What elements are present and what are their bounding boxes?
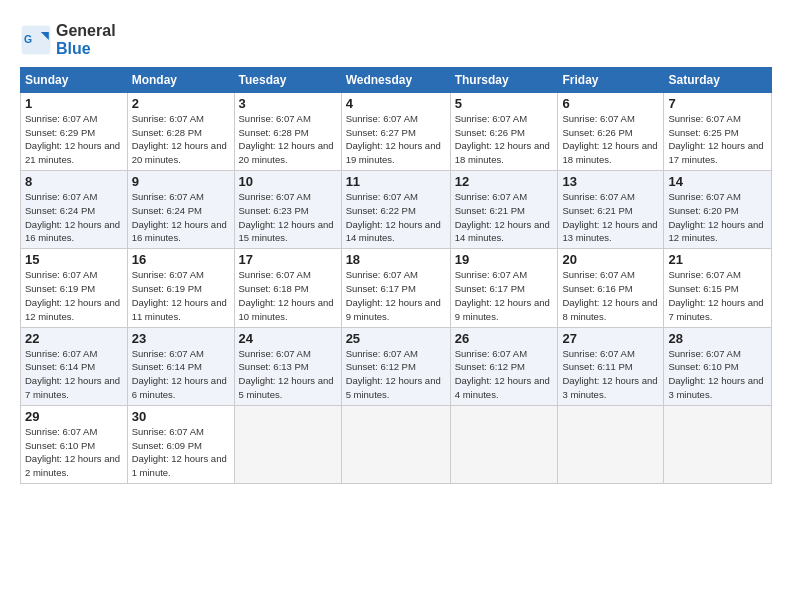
col-friday: Friday [558, 67, 664, 92]
day-info: Sunrise: 6:07 AMSunset: 6:29 PMDaylight:… [25, 113, 120, 165]
logo-line2: Blue [56, 40, 116, 58]
col-thursday: Thursday [450, 67, 558, 92]
day-info: Sunrise: 6:07 AMSunset: 6:25 PMDaylight:… [668, 113, 763, 165]
logo: G General Blue [20, 22, 116, 59]
day-info: Sunrise: 6:07 AMSunset: 6:14 PMDaylight:… [25, 348, 120, 400]
day-info: Sunrise: 6:07 AMSunset: 6:28 PMDaylight:… [239, 113, 334, 165]
day-number: 27 [562, 331, 659, 346]
day-number: 4 [346, 96, 446, 111]
day-number: 25 [346, 331, 446, 346]
table-row: 14Sunrise: 6:07 AMSunset: 6:20 PMDayligh… [664, 171, 772, 249]
table-row: 5Sunrise: 6:07 AMSunset: 6:26 PMDaylight… [450, 92, 558, 170]
day-info: Sunrise: 6:07 AMSunset: 6:21 PMDaylight:… [455, 191, 550, 243]
day-number: 15 [25, 252, 123, 267]
table-row: 4Sunrise: 6:07 AMSunset: 6:27 PMDaylight… [341, 92, 450, 170]
table-row: 18Sunrise: 6:07 AMSunset: 6:17 PMDayligh… [341, 249, 450, 327]
header: G General Blue [20, 18, 772, 59]
day-info: Sunrise: 6:07 AMSunset: 6:18 PMDaylight:… [239, 269, 334, 321]
day-number: 3 [239, 96, 337, 111]
day-number: 5 [455, 96, 554, 111]
day-info: Sunrise: 6:07 AMSunset: 6:15 PMDaylight:… [668, 269, 763, 321]
table-row: 30Sunrise: 6:07 AMSunset: 6:09 PMDayligh… [127, 405, 234, 483]
svg-text:G: G [24, 35, 32, 46]
table-row [664, 405, 772, 483]
table-row: 19Sunrise: 6:07 AMSunset: 6:17 PMDayligh… [450, 249, 558, 327]
day-info: Sunrise: 6:07 AMSunset: 6:24 PMDaylight:… [25, 191, 120, 243]
table-row: 27Sunrise: 6:07 AMSunset: 6:11 PMDayligh… [558, 327, 664, 405]
day-info: Sunrise: 6:07 AMSunset: 6:17 PMDaylight:… [346, 269, 441, 321]
day-number: 6 [562, 96, 659, 111]
calendar-week-row: 22Sunrise: 6:07 AMSunset: 6:14 PMDayligh… [21, 327, 772, 405]
table-row [558, 405, 664, 483]
day-number: 14 [668, 174, 767, 189]
table-row [234, 405, 341, 483]
day-info: Sunrise: 6:07 AMSunset: 6:16 PMDaylight:… [562, 269, 657, 321]
day-info: Sunrise: 6:07 AMSunset: 6:10 PMDaylight:… [668, 348, 763, 400]
table-row: 24Sunrise: 6:07 AMSunset: 6:13 PMDayligh… [234, 327, 341, 405]
calendar-week-row: 15Sunrise: 6:07 AMSunset: 6:19 PMDayligh… [21, 249, 772, 327]
day-info: Sunrise: 6:07 AMSunset: 6:28 PMDaylight:… [132, 113, 227, 165]
day-number: 20 [562, 252, 659, 267]
table-row: 8Sunrise: 6:07 AMSunset: 6:24 PMDaylight… [21, 171, 128, 249]
calendar-week-row: 8Sunrise: 6:07 AMSunset: 6:24 PMDaylight… [21, 171, 772, 249]
day-number: 7 [668, 96, 767, 111]
day-number: 30 [132, 409, 230, 424]
day-info: Sunrise: 6:07 AMSunset: 6:12 PMDaylight:… [346, 348, 441, 400]
page: G General Blue Sunday Monday Tuesday Wed… [0, 0, 792, 494]
col-saturday: Saturday [664, 67, 772, 92]
day-number: 18 [346, 252, 446, 267]
table-row: 29Sunrise: 6:07 AMSunset: 6:10 PMDayligh… [21, 405, 128, 483]
day-number: 12 [455, 174, 554, 189]
table-row: 9Sunrise: 6:07 AMSunset: 6:24 PMDaylight… [127, 171, 234, 249]
table-row: 2Sunrise: 6:07 AMSunset: 6:28 PMDaylight… [127, 92, 234, 170]
table-row: 17Sunrise: 6:07 AMSunset: 6:18 PMDayligh… [234, 249, 341, 327]
day-number: 24 [239, 331, 337, 346]
day-number: 1 [25, 96, 123, 111]
day-number: 9 [132, 174, 230, 189]
day-number: 29 [25, 409, 123, 424]
day-number: 10 [239, 174, 337, 189]
day-info: Sunrise: 6:07 AMSunset: 6:19 PMDaylight:… [25, 269, 120, 321]
day-info: Sunrise: 6:07 AMSunset: 6:23 PMDaylight:… [239, 191, 334, 243]
day-info: Sunrise: 6:07 AMSunset: 6:24 PMDaylight:… [132, 191, 227, 243]
day-info: Sunrise: 6:07 AMSunset: 6:26 PMDaylight:… [562, 113, 657, 165]
day-info: Sunrise: 6:07 AMSunset: 6:21 PMDaylight:… [562, 191, 657, 243]
table-row [450, 405, 558, 483]
table-row: 3Sunrise: 6:07 AMSunset: 6:28 PMDaylight… [234, 92, 341, 170]
calendar-table: Sunday Monday Tuesday Wednesday Thursday… [20, 67, 772, 484]
calendar-header-row: Sunday Monday Tuesday Wednesday Thursday… [21, 67, 772, 92]
table-row: 20Sunrise: 6:07 AMSunset: 6:16 PMDayligh… [558, 249, 664, 327]
table-row: 13Sunrise: 6:07 AMSunset: 6:21 PMDayligh… [558, 171, 664, 249]
day-number: 19 [455, 252, 554, 267]
table-row [341, 405, 450, 483]
table-row: 10Sunrise: 6:07 AMSunset: 6:23 PMDayligh… [234, 171, 341, 249]
day-number: 17 [239, 252, 337, 267]
day-number: 8 [25, 174, 123, 189]
day-info: Sunrise: 6:07 AMSunset: 6:11 PMDaylight:… [562, 348, 657, 400]
day-number: 2 [132, 96, 230, 111]
table-row: 12Sunrise: 6:07 AMSunset: 6:21 PMDayligh… [450, 171, 558, 249]
calendar-week-row: 29Sunrise: 6:07 AMSunset: 6:10 PMDayligh… [21, 405, 772, 483]
day-number: 22 [25, 331, 123, 346]
day-number: 21 [668, 252, 767, 267]
logo-line1: General [56, 22, 116, 40]
table-row: 6Sunrise: 6:07 AMSunset: 6:26 PMDaylight… [558, 92, 664, 170]
logo-icon: G [20, 24, 52, 56]
day-info: Sunrise: 6:07 AMSunset: 6:20 PMDaylight:… [668, 191, 763, 243]
table-row: 7Sunrise: 6:07 AMSunset: 6:25 PMDaylight… [664, 92, 772, 170]
day-info: Sunrise: 6:07 AMSunset: 6:27 PMDaylight:… [346, 113, 441, 165]
day-info: Sunrise: 6:07 AMSunset: 6:19 PMDaylight:… [132, 269, 227, 321]
day-info: Sunrise: 6:07 AMSunset: 6:17 PMDaylight:… [455, 269, 550, 321]
day-info: Sunrise: 6:07 AMSunset: 6:22 PMDaylight:… [346, 191, 441, 243]
day-number: 11 [346, 174, 446, 189]
day-number: 16 [132, 252, 230, 267]
day-info: Sunrise: 6:07 AMSunset: 6:10 PMDaylight:… [25, 426, 120, 478]
day-number: 23 [132, 331, 230, 346]
day-info: Sunrise: 6:07 AMSunset: 6:13 PMDaylight:… [239, 348, 334, 400]
table-row: 23Sunrise: 6:07 AMSunset: 6:14 PMDayligh… [127, 327, 234, 405]
table-row: 21Sunrise: 6:07 AMSunset: 6:15 PMDayligh… [664, 249, 772, 327]
day-number: 13 [562, 174, 659, 189]
table-row: 28Sunrise: 6:07 AMSunset: 6:10 PMDayligh… [664, 327, 772, 405]
day-info: Sunrise: 6:07 AMSunset: 6:26 PMDaylight:… [455, 113, 550, 165]
day-number: 28 [668, 331, 767, 346]
